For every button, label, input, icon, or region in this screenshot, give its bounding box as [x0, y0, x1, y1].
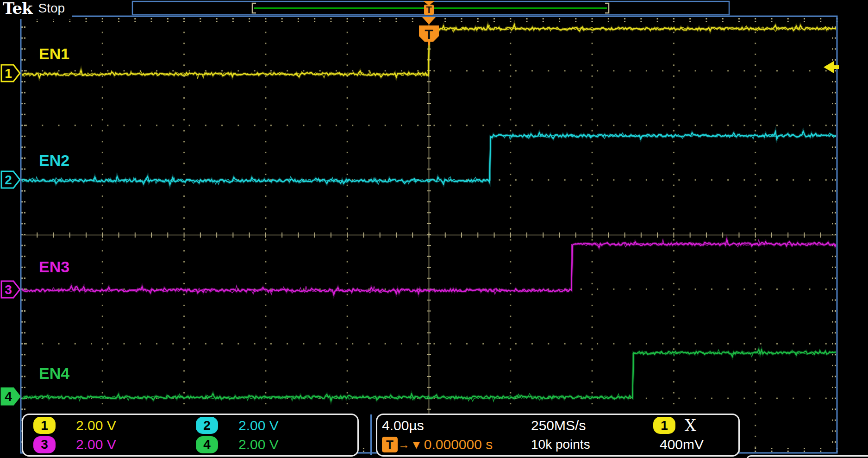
- channel-1-badge: 1: [33, 417, 56, 434]
- flag-t-label: T: [425, 26, 433, 42]
- waveform-label-en4: EN4: [39, 365, 69, 381]
- graticule-grid: [21, 18, 838, 452]
- sample-rate-readout: 250MS/s: [531, 418, 653, 433]
- cropped-panel-edge: [746, 455, 868, 458]
- channel-4-marker-label: 4: [5, 389, 12, 404]
- channel-3-position-marker[interactable]: 3: [1, 281, 20, 298]
- channel-4-position-marker[interactable]: 4: [1, 388, 20, 405]
- scope-display: 1234 T T: [0, 0, 868, 458]
- channel-position-markers: 1234: [1, 65, 20, 405]
- channel-4-badge: 4: [196, 436, 218, 453]
- channel-2-scale-readout: 22.00 V: [190, 417, 353, 434]
- trigger-level-readout: 400mV: [653, 437, 738, 452]
- channel-2-position-marker[interactable]: 2: [1, 171, 20, 188]
- trigger-position-flag-icon[interactable]: T: [419, 17, 439, 45]
- trigger-source-readout: 1 X: [653, 416, 738, 435]
- trigger-slope-symbol: X: [685, 416, 696, 435]
- trigger-t-icon: T: [382, 437, 398, 452]
- bar-marker-t-label: T: [426, 5, 431, 15]
- channel-2-scale-value: 2.00 V: [238, 418, 279, 433]
- arrow-right-icon: →: [398, 438, 410, 452]
- box-divider-mark: [370, 414, 372, 455]
- waveform-label-en3: EN3: [39, 259, 69, 275]
- acquisition-overview-bar[interactable]: T: [132, 1, 729, 15]
- acquisition-status: Stop: [38, 0, 65, 16]
- channel-1-scale-readout: 12.00 V: [28, 417, 190, 434]
- channel-3-badge: 3: [33, 436, 56, 453]
- vertical-scale-readout-box: 12.00 V22.00 V32.00 V42.00 V: [22, 414, 359, 457]
- oscilloscope-screen: 1234 T T Tek Stop EN1EN2EN3EN4 12.00 V22…: [0, 0, 868, 458]
- channel-3-marker-label: 3: [5, 282, 12, 297]
- record-length-readout: 10k points: [531, 437, 653, 452]
- waveform-label-en2: EN2: [39, 152, 69, 168]
- channel-1-marker-label: 1: [5, 66, 12, 81]
- timebase-readout: 4.00µs: [382, 418, 531, 433]
- channel-4-scale-value: 2.00 V: [238, 437, 279, 452]
- waveform-label-en1: EN1: [39, 46, 69, 62]
- trigger-source-badge: 1: [653, 417, 675, 434]
- channel-2-badge: 2: [196, 417, 218, 434]
- channel-1-position-marker[interactable]: 1: [1, 65, 20, 82]
- arrow-down-icon: ▼: [411, 438, 422, 452]
- channel-1-scale-value: 2.00 V: [76, 418, 116, 433]
- channel-4-scale-readout: 42.00 V: [190, 436, 353, 453]
- trigger-delay-readout: T → ▼ 0.000000 s: [382, 437, 531, 452]
- tek-logo: Tek: [3, 0, 32, 16]
- brand-status-area: Tek Stop: [0, 0, 72, 19]
- channel-3-scale-readout: 32.00 V: [28, 436, 190, 453]
- horizontal-trigger-readout-box: 4.00µs 250MS/s 1 X T → ▼ 0.000000 s 10k …: [376, 414, 740, 457]
- channel-2-marker-label: 2: [5, 173, 12, 187]
- trigger-delay-value: 0.000000 s: [424, 437, 493, 452]
- channel-3-scale-value: 2.00 V: [76, 437, 116, 452]
